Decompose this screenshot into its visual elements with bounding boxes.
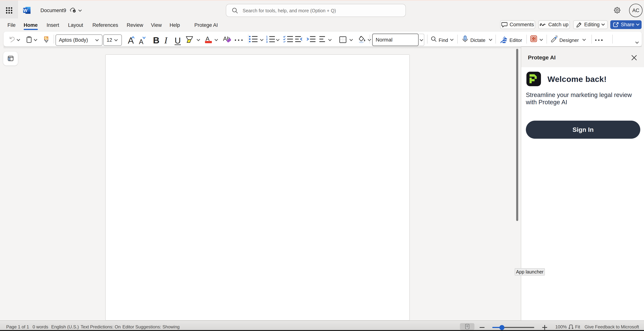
svg-text:3: 3 [266,40,268,43]
svg-text:W: W [23,8,28,13]
